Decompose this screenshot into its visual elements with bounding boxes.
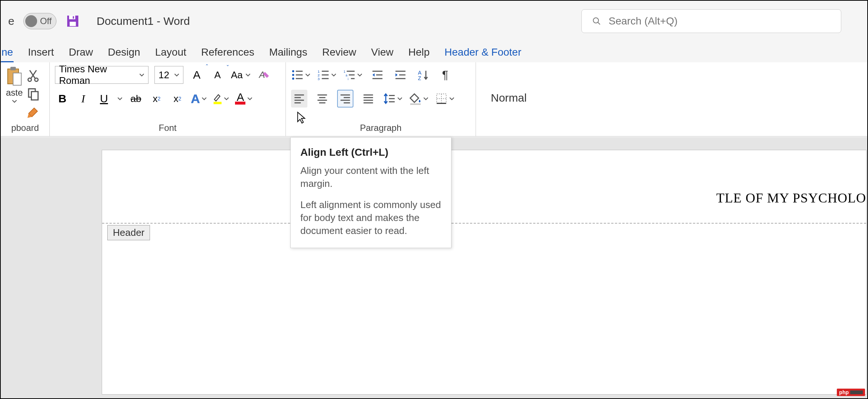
title-bar: e Off Document1 - Word — [1, 1, 867, 42]
tab-references[interactable]: References — [200, 46, 255, 62]
tab-design[interactable]: Design — [107, 46, 141, 62]
group-styles: Normal — [476, 62, 867, 136]
align-right-button[interactable] — [337, 90, 353, 108]
strikethrough-button[interactable]: ab — [128, 90, 143, 108]
svg-point-17 — [292, 78, 294, 80]
change-case-button[interactable]: Aa — [231, 66, 251, 84]
search-box[interactable] — [581, 9, 841, 33]
borders-button[interactable] — [435, 90, 454, 108]
highlight-button[interactable] — [213, 90, 229, 108]
decrease-indent-button[interactable] — [369, 66, 385, 84]
svg-rect-14 — [213, 102, 221, 104]
document-heading-text[interactable]: TLE OF MY PSYCHOLO — [716, 190, 866, 206]
autosave-toggle[interactable]: Off — [23, 13, 57, 29]
svg-rect-12 — [32, 92, 38, 100]
bold-button[interactable]: B — [55, 90, 70, 108]
paragraph-group-label: Paragraph — [286, 123, 476, 136]
svg-point-16 — [292, 74, 294, 76]
title-bar-edge-letter: e — [8, 15, 14, 27]
svg-text:3: 3 — [317, 77, 320, 81]
watermark-bar — [850, 390, 863, 394]
shading-button[interactable] — [409, 90, 428, 108]
header-boundary: Header — [102, 223, 866, 224]
svg-point-4 — [593, 18, 598, 23]
tab-view[interactable]: View — [370, 46, 394, 62]
font-size-value: 12 — [159, 69, 169, 81]
align-left-button[interactable] — [291, 90, 307, 108]
tab-home[interactable]: ne — [1, 46, 14, 62]
svg-point-15 — [292, 70, 294, 72]
multilevel-list-button[interactable]: 1ai — [343, 66, 362, 84]
clipboard-group-label: pboard — [1, 123, 49, 136]
line-spacing-button[interactable] — [383, 90, 402, 108]
copy-icon[interactable] — [26, 87, 40, 100]
justify-button[interactable] — [360, 90, 376, 108]
grow-font-button[interactable]: A — [189, 66, 204, 84]
underline-button[interactable]: U — [97, 90, 111, 108]
shrink-font-button[interactable]: A — [210, 66, 225, 84]
tab-draw[interactable]: Draw — [68, 46, 94, 62]
align-center-button[interactable] — [314, 90, 330, 108]
svg-rect-61 — [410, 103, 421, 105]
document-title: Document1 - Word — [97, 15, 190, 27]
tooltip-line1: Align your content with the left margin. — [300, 164, 441, 190]
save-icon[interactable] — [65, 14, 80, 29]
group-font: Times New Roman 12 A A Aa A B I U ab x2 — [50, 62, 286, 136]
tab-header-footer[interactable]: Header & Footer — [444, 46, 522, 62]
subscript-button[interactable]: x2 — [149, 90, 164, 108]
search-icon — [592, 16, 601, 26]
ribbon-tabs: ne Insert Draw Design Layout References … — [1, 42, 867, 62]
font-name-value: Times New Roman — [59, 63, 139, 86]
align-left-tooltip: Align Left (Ctrl+L) Align your content w… — [290, 137, 451, 248]
document-page[interactable]: TLE OF MY PSYCHOLO Header — [102, 150, 867, 395]
ribbon: aste pboard Times New Roman 12 — [1, 62, 867, 136]
styles-group-label — [476, 133, 867, 136]
svg-text:A: A — [418, 70, 422, 76]
toggle-knob — [25, 15, 37, 27]
tab-layout[interactable]: Layout — [154, 46, 187, 62]
svg-point-10 — [35, 78, 38, 81]
svg-rect-1 — [69, 16, 75, 19]
search-input[interactable] — [608, 15, 831, 27]
superscript-button[interactable]: x2 — [170, 90, 185, 108]
watermark-text: php — [839, 389, 849, 395]
bullets-button[interactable] — [291, 66, 310, 84]
sort-button[interactable]: AZ — [415, 66, 431, 84]
svg-text:1: 1 — [343, 70, 345, 73]
svg-rect-2 — [70, 22, 76, 26]
tooltip-line2: Left alignment is commonly used for body… — [300, 198, 441, 237]
font-name-combo[interactable]: Times New Roman — [55, 66, 149, 84]
paste-icon[interactable] — [6, 66, 23, 87]
svg-text:a: a — [346, 73, 347, 77]
svg-rect-7 — [10, 67, 16, 70]
tab-help[interactable]: Help — [408, 46, 431, 62]
style-normal[interactable]: Normal — [491, 92, 527, 104]
numbering-button[interactable]: 123 — [317, 66, 336, 84]
tooltip-title: Align Left (Ctrl+L) — [300, 146, 441, 158]
clear-formatting-button[interactable]: A — [257, 66, 271, 84]
increase-indent-button[interactable] — [392, 66, 408, 84]
tab-review[interactable]: Review — [322, 46, 357, 62]
svg-text:¶: ¶ — [442, 69, 448, 81]
svg-point-9 — [28, 78, 32, 81]
font-size-combo[interactable]: 12 — [154, 66, 183, 84]
font-color-button[interactable]: A — [235, 90, 252, 108]
tab-insert[interactable]: Insert — [27, 46, 55, 62]
text-effects-button[interactable]: A — [191, 90, 207, 108]
svg-text:i: i — [348, 77, 349, 81]
format-painter-icon[interactable] — [26, 106, 40, 119]
tab-mailings[interactable]: Mailings — [268, 46, 308, 62]
svg-line-5 — [598, 22, 600, 24]
chevron-down-icon[interactable] — [12, 99, 17, 104]
paste-label: aste — [6, 88, 23, 98]
chevron-down-icon[interactable] — [117, 96, 123, 101]
cut-icon[interactable] — [26, 69, 40, 82]
font-group-label: Font — [50, 123, 285, 136]
group-clipboard: aste pboard — [1, 62, 50, 136]
header-tag[interactable]: Header — [107, 225, 150, 240]
svg-rect-3 — [73, 16, 74, 19]
svg-rect-8 — [13, 73, 21, 85]
italic-button[interactable]: I — [76, 90, 91, 108]
show-hide-button[interactable]: ¶ — [438, 66, 454, 84]
autosave-label: Off — [40, 16, 52, 26]
